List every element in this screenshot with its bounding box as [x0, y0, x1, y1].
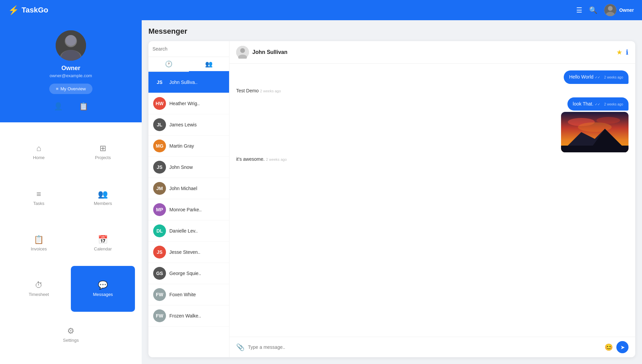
nav-item-calendar[interactable]: 📅 Calendar — [71, 220, 135, 266]
contact-avatar: JS — [153, 76, 166, 89]
contact-avatar: GS — [153, 267, 166, 280]
message-time: 2 weeks ago — [260, 89, 281, 93]
content-area: Messenger 🕐 👥 JS John Sulliva.. — [142, 20, 642, 364]
sidebar-username: Owner — [61, 65, 80, 72]
contact-avatar: MG — [153, 140, 166, 152]
contact-item[interactable]: HW Heather Wrig.. — [148, 93, 229, 114]
contacts-scroll: JS John Sulliva.. HW Heather Wrig.. JL J… — [148, 72, 229, 357]
chat-header: John Sullivan ★ ℹ — [229, 41, 635, 64]
svg-rect-16 — [561, 146, 629, 152]
overview-icon: ≡ — [56, 86, 59, 91]
timesheet-icon: ⏱ — [35, 280, 43, 290]
contact-avatar: MP — [153, 203, 166, 216]
attach-icon[interactable]: 📎 — [236, 343, 245, 351]
tab-contacts[interactable]: 👥 — [189, 57, 229, 72]
message-time: 2 weeks ago — [604, 75, 623, 79]
contact-item[interactable]: JM John Michael — [148, 178, 229, 199]
sidebar-header: Owner owner@example.com ≡ My Overview 👤 … — [0, 20, 142, 122]
sidebar-avatar — [56, 30, 86, 61]
contact-name: Foxen White — [169, 292, 196, 297]
messages-area: Hello World ✓✓ 2 weeks ago Test Demo 2 w… — [229, 64, 635, 337]
message-text: Test Demo 2 weeks ago — [236, 88, 281, 93]
profile-tab-icon[interactable]: 👤 — [52, 101, 64, 112]
contact-name: John Snow — [169, 164, 193, 170]
nav-item-home[interactable]: ⌂ Home — [7, 129, 71, 175]
nav-item-invoices[interactable]: 📋 Invoices — [7, 220, 71, 266]
contact-item[interactable]: JL James Lewis — [148, 114, 229, 135]
list-tab-icon[interactable]: 📋 — [78, 101, 89, 112]
contact-name: John Sulliva.. — [169, 80, 197, 85]
svg-point-1 — [608, 6, 613, 11]
contact-list: 🕐 👥 JS John Sulliva.. HW Heather Wrig.. … — [148, 41, 229, 357]
contact-name: Frozen Walke.. — [169, 313, 201, 318]
info-icon[interactable]: ℹ — [626, 48, 629, 56]
nav-item-settings[interactable]: ⚙ Settings — [7, 312, 135, 357]
chat-header-name: John Sullivan — [252, 49, 287, 55]
nav-item-projects[interactable]: ⊞ Projects — [71, 129, 135, 175]
star-icon[interactable]: ★ — [616, 48, 622, 56]
message-row: Test Demo 2 weeks ago — [236, 88, 629, 93]
contact-item[interactable]: GS George Squie.. — [148, 263, 229, 284]
main-layout: Owner owner@example.com ≡ My Overview 👤 … — [0, 20, 642, 364]
sidebar-nav: ⌂ Home ⊞ Projects ≡ Tasks 👥 Members 📋 In… — [0, 122, 142, 364]
send-button[interactable]: ➤ — [616, 341, 629, 353]
chat-header-left: John Sullivan — [236, 46, 287, 59]
contact-item[interactable]: MP Monroe Parke.. — [148, 199, 229, 220]
emoji-icon[interactable]: 😊 — [605, 343, 613, 351]
contact-item[interactable]: JS Jesse Steven.. — [148, 242, 229, 263]
chat-header-avatar — [236, 46, 249, 59]
projects-icon: ⊞ — [100, 144, 106, 153]
contact-name: Jesse Steven.. — [169, 249, 200, 255]
search-box[interactable] — [148, 41, 229, 57]
tab-recent[interactable]: 🕐 — [148, 57, 189, 71]
chat-area: John Sullivan ★ ℹ Hello World ✓✓ 2 weeks… — [229, 41, 635, 357]
user-profile[interactable]: Owner — [604, 4, 634, 16]
tasks-icon: ≡ — [36, 189, 41, 199]
tasks-label: Tasks — [33, 201, 44, 206]
menu-icon[interactable]: ☰ — [576, 6, 582, 14]
messages-label: Messages — [93, 292, 113, 297]
topnav-right: ☰ 🔍 Owner — [576, 4, 634, 16]
nav-item-messages[interactable]: 💬 Messages — [71, 266, 135, 311]
messenger-container: 🕐 👥 JS John Sulliva.. HW Heather Wrig.. … — [148, 41, 635, 357]
contact-item[interactable]: FW Frozen Walke.. — [148, 305, 229, 327]
nav-item-timesheet[interactable]: ⏱ Timesheet — [7, 266, 71, 311]
contact-name: George Squie.. — [169, 271, 201, 276]
message-input[interactable] — [248, 344, 601, 350]
message-text: it's awesome. 2 weeks ago — [236, 156, 287, 162]
nav-item-tasks[interactable]: ≡ Tasks — [7, 175, 71, 220]
app-logo[interactable]: ⚡ TaskGo — [8, 5, 48, 16]
contact-name: Danielle Lev.. — [169, 228, 198, 234]
contact-item[interactable]: DL Danielle Lev.. — [148, 220, 229, 242]
home-icon: ⌂ — [36, 144, 41, 153]
settings-label: Settings — [63, 338, 79, 343]
svg-point-13 — [578, 122, 612, 132]
contact-avatar: FW — [153, 288, 166, 301]
home-label: Home — [33, 155, 45, 160]
nav-item-members[interactable]: 👥 Members — [71, 175, 135, 220]
contact-item[interactable]: MG Martin Gray — [148, 135, 229, 157]
overview-label: My Overview — [60, 86, 86, 91]
members-icon: 👥 — [98, 189, 108, 199]
contact-avatar: JM — [153, 182, 166, 195]
contact-tabs: 🕐 👥 — [148, 57, 229, 72]
members-label: Members — [94, 201, 112, 206]
contact-item[interactable]: FW Foxen White — [148, 284, 229, 305]
my-overview-button[interactable]: ≡ My Overview — [49, 84, 93, 94]
search-icon[interactable]: 🔍 — [589, 6, 597, 14]
contact-avatar: HW — [153, 97, 166, 110]
message-bubble: look That. ✓✓ 2 weeks ago — [567, 97, 629, 111]
contact-avatar: FW — [153, 309, 166, 322]
contact-item[interactable]: JS John Snow — [148, 157, 229, 178]
search-input[interactable] — [152, 46, 225, 52]
contact-item[interactable]: JS John Sulliva.. — [148, 72, 229, 93]
invoices-label: Invoices — [31, 246, 47, 251]
contact-name: James Lewis — [169, 122, 197, 127]
calendar-label: Calendar — [94, 246, 112, 251]
sidebar: Owner owner@example.com ≡ My Overview 👤 … — [0, 20, 142, 364]
contact-name: John Michael — [169, 186, 197, 191]
svg-point-6 — [65, 35, 76, 46]
sidebar-email: owner@example.com — [50, 73, 92, 78]
timesheet-label: Timesheet — [29, 292, 49, 297]
svg-point-8 — [240, 48, 245, 53]
